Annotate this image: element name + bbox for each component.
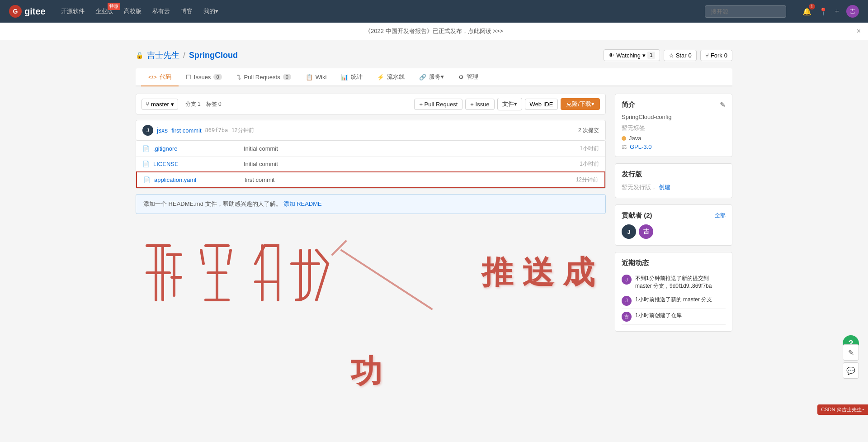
nav-privatecloud[interactable]: 私有云 bbox=[152, 7, 170, 15]
top-navigation: G gitee 开源软件 企业版 特惠 高校版 私有云 博客 我的▾ 🔔 1 📍… bbox=[0, 0, 868, 23]
nav-opensource[interactable]: 开源软件 bbox=[61, 7, 85, 15]
activity-list: J 不到1分钟前推送了新的提交到 master 分支，9d0f1d9..869f… bbox=[622, 272, 726, 325]
nav-enterprise[interactable]: 企业版 特惠 bbox=[95, 7, 113, 15]
branch-info: 分支 1 标签 0 bbox=[185, 100, 222, 108]
releases-empty: 暂无发行版， 创建 bbox=[622, 183, 726, 191]
user-avatar[interactable]: 吉 bbox=[846, 5, 859, 18]
commit-message[interactable]: first commit bbox=[171, 127, 201, 134]
commit-time: 12分钟前 bbox=[231, 127, 254, 134]
notification-count: 1 bbox=[809, 4, 815, 10]
edit-intro-icon[interactable]: ✎ bbox=[720, 101, 726, 109]
contributor-avatar-2[interactable]: 吉 bbox=[639, 224, 653, 239]
file-name[interactable]: application.yaml bbox=[154, 176, 245, 183]
tab-code[interactable]: </> 代码 bbox=[141, 68, 179, 86]
star-button[interactable]: ☆ Star 0 bbox=[664, 50, 697, 61]
activity-text: 1小时前创建了仓库 bbox=[635, 312, 682, 319]
fork-button[interactable]: ⑂ Fork 0 bbox=[700, 50, 732, 61]
watch-button[interactable]: 👁 Watching ▾ 1 bbox=[604, 49, 660, 61]
repo-main: ⑂ master ▾ 分支 1 标签 0 + Pull Request + Is… bbox=[136, 94, 606, 426]
activity-item: J 1小时前推送了新的 master 分支 bbox=[622, 293, 726, 309]
clone-download-button[interactable]: 克隆/下载▾ bbox=[561, 98, 600, 110]
pr-count: 0 bbox=[283, 74, 291, 80]
nav-university[interactable]: 高校版 bbox=[124, 7, 142, 15]
issue-button[interactable]: + Issue bbox=[465, 99, 494, 110]
location-icon[interactable]: 📍 bbox=[819, 7, 828, 16]
main-container: 🔒 吉士先生 / SpringCloud 👁 Watching ▾ 1 ☆ St… bbox=[118, 40, 750, 435]
announcement-banner: 《2022 中国开发者报告》已正式发布，点此阅读 >>> × bbox=[0, 23, 868, 40]
csdn-badge[interactable]: CSDN @吉士先生~ bbox=[817, 404, 868, 415]
sidebar-intro: 简介 ✎ SpringCloud-config 暂无标签 Java ⚖ GPL-… bbox=[615, 94, 732, 157]
repo-title: 🔒 吉士先生 / SpringCloud bbox=[136, 50, 238, 61]
file-commit-msg: Initial commit bbox=[244, 161, 580, 167]
branch-selector[interactable]: ⑂ master ▾ bbox=[142, 99, 178, 110]
readme-notice: 添加一个 README.md 文件，帮助感兴趣的人了解。 添加 README bbox=[136, 194, 606, 214]
issues-count: 0 bbox=[213, 74, 222, 80]
file-button[interactable]: 文件▾ bbox=[497, 98, 522, 110]
repo-owner-link[interactable]: 吉士先生 bbox=[147, 50, 179, 61]
activity-avatar: 吉 bbox=[622, 312, 632, 322]
eye-icon: 👁 bbox=[609, 52, 614, 59]
commit-left: J jsxs first commit 869f7ba 12分钟前 bbox=[142, 125, 254, 136]
issues-icon: ☐ bbox=[186, 74, 191, 81]
tab-wiki[interactable]: 📋 Wiki bbox=[298, 68, 334, 86]
file-row: 📄 .gitignore Initial commit 1小时前 bbox=[136, 141, 605, 156]
activity-title: 近期动态 bbox=[622, 259, 726, 267]
activity-item: 吉 1小时前创建了仓库 bbox=[622, 309, 726, 325]
watch-label: Watching bbox=[616, 52, 641, 59]
tab-issues[interactable]: ☐ Issues 0 bbox=[179, 68, 229, 86]
tab-pipeline[interactable]: ⚡ 流水线 bbox=[370, 68, 412, 86]
webide-button[interactable]: Web IDE bbox=[525, 99, 558, 110]
license-info: ⚖ GPL-3.0 bbox=[622, 143, 726, 150]
file-time: 1小时前 bbox=[580, 160, 599, 168]
activity-text: 1小时前推送了新的 master 分支 bbox=[635, 296, 712, 304]
commit-author[interactable]: jsxs bbox=[157, 127, 168, 134]
tab-stats[interactable]: 📊 统计 bbox=[334, 68, 370, 86]
pull-request-button[interactable]: + Pull Request bbox=[414, 99, 462, 110]
add-readme-link[interactable]: 添加 README bbox=[283, 200, 322, 208]
repo-toolbar: ⑂ master ▾ 分支 1 标签 0 + Pull Request + Is… bbox=[136, 94, 606, 114]
sidebar-releases: 发行版 暂无发行版， 创建 bbox=[615, 163, 732, 198]
services-icon: 🔗 bbox=[419, 74, 426, 81]
tab-manage[interactable]: ⚙ 管理 bbox=[451, 68, 486, 86]
nav-blog[interactable]: 博客 bbox=[181, 7, 193, 15]
file-commit-msg: first commit bbox=[245, 176, 576, 183]
language-dot bbox=[622, 136, 626, 141]
repo-tabs: </> 代码 ☐ Issues 0 ⇅ Pull Requests 0 📋 Wi… bbox=[136, 68, 732, 86]
language-info: Java bbox=[622, 135, 726, 142]
watch-dropdown-icon: ▾ bbox=[642, 52, 646, 59]
create-release-link[interactable]: 创建 bbox=[659, 184, 670, 190]
search-input[interactable] bbox=[705, 5, 786, 18]
float-chat-icon[interactable]: 💬 bbox=[843, 362, 859, 379]
notification-bell[interactable]: 🔔 1 bbox=[802, 7, 811, 16]
star-label: Star bbox=[676, 52, 687, 59]
banner-close-button[interactable]: × bbox=[857, 27, 861, 35]
star-count: 0 bbox=[689, 52, 692, 59]
code-icon: </> bbox=[148, 74, 157, 81]
file-time: 12分钟前 bbox=[576, 176, 598, 184]
nav-mine[interactable]: 我的▾ bbox=[203, 7, 218, 15]
contributors-all-link[interactable]: 全部 bbox=[715, 212, 726, 219]
float-edit-icon[interactable]: ✎ bbox=[843, 344, 859, 361]
site-logo[interactable]: G gitee bbox=[9, 5, 46, 18]
sidebar-activity: 近期动态 J 不到1分钟前推送了新的提交到 master 分支，9d0f1d9.… bbox=[615, 252, 732, 332]
plus-button[interactable]: + bbox=[835, 7, 839, 15]
tab-services[interactable]: 🔗 服务▾ bbox=[412, 68, 451, 86]
sidebar-contributors: 贡献者 (2) 全部 J 吉 bbox=[615, 204, 732, 246]
license-label[interactable]: GPL-3.0 bbox=[630, 143, 651, 150]
tab-pullrequests[interactable]: ⇅ Pull Requests 0 bbox=[229, 68, 298, 86]
branch-icon: ⑂ bbox=[146, 101, 149, 108]
commit-hash[interactable]: 869f7ba bbox=[205, 127, 228, 133]
repo-sidebar: 简介 ✎ SpringCloud-config 暂无标签 Java ⚖ GPL-… bbox=[615, 94, 732, 426]
pipeline-icon: ⚡ bbox=[377, 74, 384, 81]
file-name[interactable]: LICENSE bbox=[153, 161, 244, 167]
repo-name-link[interactable]: SpringCloud bbox=[189, 51, 238, 60]
contributor-avatar-1[interactable]: J bbox=[622, 224, 636, 239]
commit-count[interactable]: 2 次提交 bbox=[578, 127, 599, 134]
fork-label: Fork bbox=[711, 52, 722, 59]
lock-icon: 🔒 bbox=[136, 52, 143, 59]
float-icons: ✎ 💬 bbox=[843, 344, 859, 379]
repo-content: ⑂ master ▾ 分支 1 标签 0 + Pull Request + Is… bbox=[136, 94, 732, 426]
banner-text: 《2022 中国开发者报告》已正式发布，点此阅读 >>> bbox=[365, 28, 503, 34]
handwriting-svg bbox=[138, 228, 454, 318]
file-name[interactable]: .gitignore bbox=[153, 145, 244, 152]
